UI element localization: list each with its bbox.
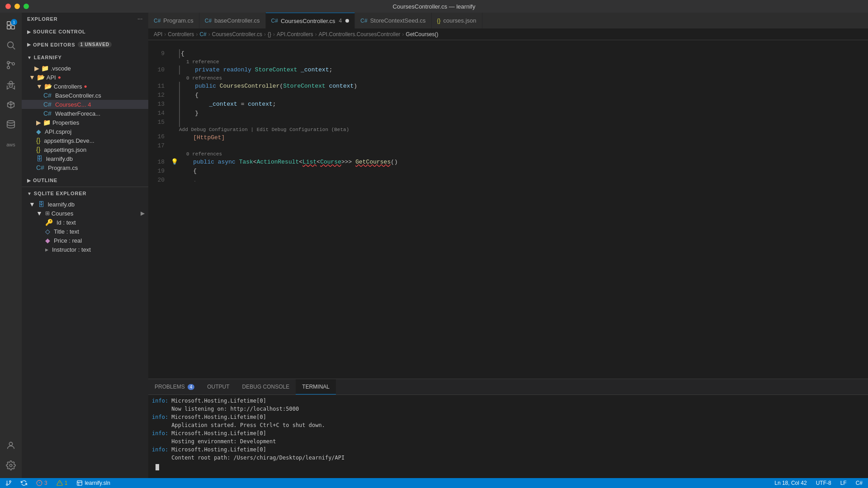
breadcrumb-controllers[interactable]: Controllers (168, 31, 194, 38)
svg-rect-22 (77, 481, 82, 486)
tab-error-count: 4 (339, 18, 342, 24)
warning-icon (57, 480, 63, 486)
breadcrumb-method[interactable]: GetCourses() (406, 31, 439, 38)
sb-warnings[interactable]: 1 (55, 478, 70, 488)
tab-terminal[interactable]: TERMINAL (296, 379, 336, 394)
cs-tab-icon: C# (271, 18, 278, 24)
tab-bar: C# Program.cs C# baseController.cs C# Co… (148, 13, 868, 28)
code-line-12: { (179, 91, 868, 100)
code-line-11: public CoursesController(StoreContext co… (179, 82, 868, 91)
outline-chevron: ▶ (27, 178, 31, 183)
tree-item-programcs[interactable]: C# Program.cs (22, 163, 148, 172)
breadcrumb-class[interactable]: API.Controllers.CoursesController (319, 31, 401, 38)
tree-item-db[interactable]: ▼ 🗄 learnify.db (22, 200, 148, 209)
breadcrumb-ns-braces[interactable]: {} (268, 31, 271, 38)
tree-item-label: API.csproj (45, 128, 71, 135)
column-label: Instructor : text (52, 246, 91, 253)
tree-item-learnifydb[interactable]: 🗄 learnify.db (22, 154, 148, 163)
svg-point-16 (6, 484, 8, 486)
activity-search[interactable] (2, 36, 20, 54)
tab-coursescontroller[interactable]: C# CoursesController.cs 4 (266, 13, 355, 28)
svg-point-4 (8, 42, 14, 48)
terminal-line: info: Microsoft.Hosting.Lifetime[0] (152, 446, 864, 454)
activity-aws[interactable]: aws (2, 136, 20, 154)
tab-output[interactable]: OUTPUT (201, 379, 236, 394)
explorer-header: EXPLORER ··· (22, 13, 148, 25)
sb-eol[interactable]: LF (839, 478, 849, 488)
cs-tab-icon: C# (154, 18, 160, 24)
sb-errors[interactable]: 3 (34, 478, 49, 488)
tree-item-vscode[interactable]: ▶ 📁 .vscode (22, 64, 148, 73)
sb-position[interactable]: Ln 18, Col 42 (773, 478, 808, 488)
tree-item-appsettings-dev[interactable]: {} appsettings.Deve... (22, 136, 148, 145)
activity-settings[interactable] (2, 456, 20, 474)
expand-icon: ▼ (36, 210, 42, 217)
statusbar-left: 3 1 learnify.sln (4, 478, 112, 488)
outline-header[interactable]: ▶ OUTLINE (22, 174, 148, 187)
column-label: Price : real (54, 237, 82, 244)
sb-encoding[interactable]: UTF-8 (814, 478, 833, 488)
code-editor[interactable]: 9 10 11 12 13 14 15 16 17 18 19 (148, 40, 868, 379)
tree-item-title-col[interactable]: ◇ Title : text (22, 227, 148, 236)
tree-item-price-col[interactable]: ◆ Price : real (22, 236, 148, 245)
cs-tab-icon: C# (205, 18, 212, 24)
breadcrumb-cs[interactable]: C# (199, 31, 206, 38)
sb-branch[interactable] (4, 478, 14, 488)
activity-user[interactable] (2, 436, 20, 455)
activity-extensions[interactable] (2, 96, 20, 114)
output-label: OUTPUT (207, 384, 229, 390)
tree-item-label: API (47, 74, 56, 81)
tab-storecontextseed[interactable]: C# StoreContextSeed.cs (355, 13, 431, 28)
sb-sync[interactable] (19, 478, 29, 488)
cs-icon: C# (43, 92, 52, 99)
tab-debug-console[interactable]: DEBUG CONSOLE (236, 379, 296, 394)
tree-item-appsettings[interactable]: {} appsettings.json (22, 145, 148, 154)
svg-point-11 (7, 121, 15, 123)
tree-item-label: Properties (52, 119, 79, 126)
explorer-more-button[interactable]: ··· (137, 16, 143, 22)
tree-item-weatherforecast[interactable]: C# WeatherForeca... (22, 109, 148, 118)
sb-language[interactable]: C# (854, 478, 864, 488)
code-line-16: Add Debug Configuration | Edit Debug Con… (179, 127, 868, 141)
breadcrumb-namespace[interactable]: API.Controllers (277, 31, 313, 38)
breadcrumb-file[interactable]: CoursesController.cs (212, 31, 262, 38)
tree-item-instructor-col[interactable]: ▸ Instructor : text (22, 245, 148, 254)
tree-item-label: appsettings.Deve... (44, 137, 94, 144)
code-content[interactable]: { 1 reference private readonly StoreCont… (179, 40, 868, 379)
activity-database[interactable] (2, 116, 20, 134)
sb-solution[interactable]: learnify.sln (75, 478, 112, 488)
tree-item-basecontroller[interactable]: C# BaseController.cs (22, 91, 148, 100)
activity-explorer[interactable]: 1 (2, 16, 20, 34)
tree-item-apicsproj[interactable]: ◆ API.csproj (22, 127, 148, 136)
terminal-content[interactable]: info: Microsoft.Hosting.Lifetime[0] Now … (148, 395, 868, 478)
tab-courses-json[interactable]: {} courses.json (432, 13, 482, 28)
maximize-button[interactable] (24, 4, 29, 9)
run-query-button[interactable]: ▶ (141, 210, 145, 216)
terminal-input (152, 462, 864, 473)
tree-item-controllers[interactable]: ▼ 📂 Controllers ● (22, 82, 148, 91)
tree-item-courses-table[interactable]: ▼ ⊞ Courses ▶ (22, 209, 148, 218)
activity-source-control[interactable] (2, 56, 20, 74)
tab-basecontroller[interactable]: C# baseController.cs (199, 13, 266, 28)
minimize-button[interactable] (14, 4, 20, 9)
db-name: learnify.db (48, 201, 75, 208)
sqlite-header[interactable]: ▼ SQLITE EXPLORER (22, 187, 148, 200)
svg-point-7 (7, 66, 10, 69)
tree-item-id-col[interactable]: 🔑 Id : text (22, 218, 148, 227)
learnify-header[interactable]: ▼ LEARNIFY (22, 51, 148, 64)
activity-debug[interactable] (2, 76, 20, 94)
source-control-header[interactable]: ▶ SOURCE CONTROL (22, 25, 148, 38)
code-line-17 (179, 141, 868, 150)
tree-item-properties[interactable]: ▶ 📁 Properties (22, 118, 148, 127)
lightbulb-icon[interactable]: 💡 (171, 158, 178, 167)
tab-program[interactable]: C# Program.cs (148, 13, 199, 28)
cs-icon: C# (43, 110, 52, 117)
tree-item-coursescontroller[interactable]: C# CoursesC... 4 (22, 100, 148, 109)
tree-item-api[interactable]: ▼ 📂 API ● (22, 73, 148, 82)
breadcrumb-api[interactable]: API (154, 31, 162, 38)
tab-problems[interactable]: PROBLEMS 4 (148, 379, 201, 394)
close-button[interactable] (5, 4, 11, 9)
open-editors-header[interactable]: ▶ OPEN EDITORS 1 UNSAVED (22, 38, 148, 51)
activity-bar: 1 (0, 13, 22, 478)
tree-item-label: WeatherForeca... (55, 110, 100, 117)
